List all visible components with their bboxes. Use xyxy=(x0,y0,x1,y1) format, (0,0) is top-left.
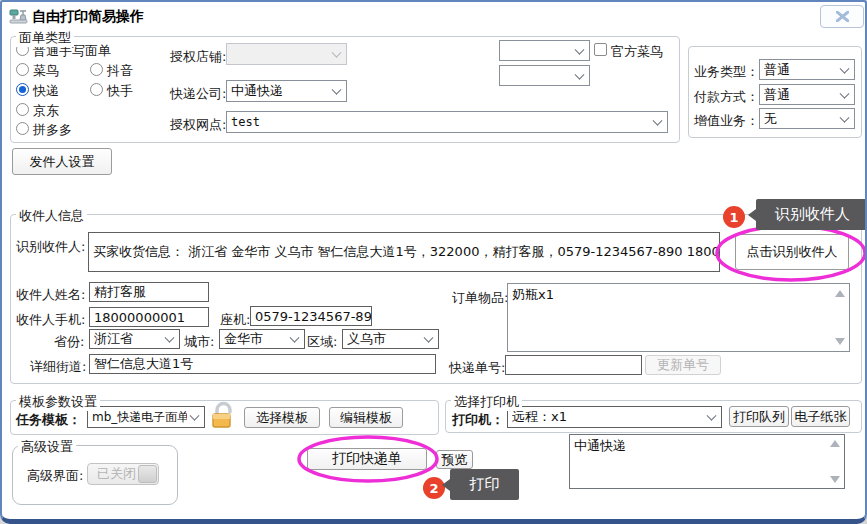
epaper-button[interactable]: 电子纸张 xyxy=(791,406,850,427)
log-textarea[interactable]: 中通快递 xyxy=(569,434,845,489)
update-tracking-button[interactable]: 更新单号 xyxy=(645,355,721,375)
chevron-down-icon xyxy=(840,88,850,98)
auth-shop-label: 授权店铺: xyxy=(170,48,226,66)
scroll-up-icon[interactable] xyxy=(830,440,840,447)
province-label: 省份: xyxy=(54,333,84,351)
scroll-down-icon[interactable] xyxy=(830,476,840,483)
step1-badge: 1 xyxy=(723,206,745,228)
radio-cainiao[interactable] xyxy=(16,63,29,76)
identify-button[interactable]: 点击识别收件人 xyxy=(735,234,849,270)
auth-branch-select[interactable]: test xyxy=(226,111,668,133)
auth-shop-select[interactable] xyxy=(226,43,347,65)
template-legend: 模板参数设置 xyxy=(16,393,100,411)
identify-label: 识别收件人: xyxy=(16,238,85,256)
chevron-down-icon xyxy=(840,112,850,122)
district-label: 区域: xyxy=(307,333,337,351)
free-print-dialog: 自由打印简易操作 面单类型 普通手写面单 菜鸟 抖音 快递 快手 京东 拼多多 … xyxy=(0,0,867,524)
radio-express[interactable] xyxy=(16,83,29,96)
courier-company-label: 快递公司: xyxy=(170,85,226,103)
official-cainiao-label[interactable]: 官方菜鸟 xyxy=(611,43,663,61)
identify-input[interactable]: 买家收货信息： 浙江省 金华市 义乌市 智仁信息大道1号，322000，精打客服… xyxy=(88,232,720,272)
radio-douyin[interactable] xyxy=(90,63,103,76)
province-select[interactable]: 浙江省 xyxy=(89,329,180,349)
landline-input[interactable]: 0579-1234567-890 xyxy=(250,306,372,326)
step2-tooltip: 打印 xyxy=(450,469,519,500)
waybill-type-legend: 面单类型 xyxy=(16,29,74,47)
city-label: 城市: xyxy=(184,333,214,351)
task-template-label: 任务模板： xyxy=(16,411,81,429)
chevron-down-icon xyxy=(707,411,717,421)
recipient-legend: 收件人信息 xyxy=(16,207,87,225)
items-label: 订单物品: xyxy=(452,289,508,307)
radio-douyin-label[interactable]: 抖音 xyxy=(107,62,133,80)
payment-select[interactable]: 普通 xyxy=(759,84,855,105)
window-title: 自由打印简易操作 xyxy=(32,8,144,26)
chevron-down-icon xyxy=(165,333,175,343)
radio-cainiao-label[interactable]: 菜鸟 xyxy=(33,62,59,80)
print-queue-button[interactable]: 打印队列 xyxy=(729,406,789,427)
radio-jd[interactable] xyxy=(16,103,29,116)
radio-kuaishou-label[interactable]: 快手 xyxy=(107,82,133,100)
business-type-label: 业务类型： xyxy=(694,63,759,81)
scroll-down-icon[interactable] xyxy=(835,338,845,345)
close-icon xyxy=(836,11,849,22)
landline-label: 座机: xyxy=(220,311,250,329)
sender-settings-button[interactable]: 发件人设置 xyxy=(12,148,112,175)
tooltip-arrow-icon xyxy=(748,209,756,221)
radio-pdd-label[interactable]: 拼多多 xyxy=(33,121,72,139)
chevron-down-icon xyxy=(332,85,342,95)
radio-jd-label[interactable]: 京东 xyxy=(33,102,59,120)
toggle-knob[interactable] xyxy=(138,465,157,483)
mobile-label: 收件人手机: xyxy=(16,311,85,329)
advanced-ui-toggle[interactable]: 已关闭 xyxy=(87,463,159,485)
chevron-down-icon xyxy=(332,48,342,58)
advanced-ui-label: 高级界面: xyxy=(27,467,83,485)
tooltip-arrow-icon xyxy=(442,479,450,491)
radio-kuaishou[interactable] xyxy=(90,83,103,96)
printer-select[interactable]: 远程：x1 xyxy=(507,406,722,428)
chevron-down-icon xyxy=(575,69,585,79)
preview-button[interactable]: 预览 xyxy=(436,450,473,469)
advanced-legend: 高级设置 xyxy=(18,438,76,456)
city-select[interactable]: 金华市 xyxy=(219,329,305,349)
value-added-select[interactable]: 无 xyxy=(759,108,855,129)
printer-legend: 选择打印机 xyxy=(451,393,522,411)
name-input[interactable]: 精打客服 xyxy=(89,282,209,302)
business-type-select[interactable]: 普通 xyxy=(759,59,855,80)
mobile-input[interactable]: 18000000001 xyxy=(89,307,209,327)
value-added-label: 增值业务： xyxy=(694,112,759,130)
chevron-down-icon xyxy=(424,333,434,343)
tracking-input[interactable] xyxy=(505,355,642,375)
lock-open-icon[interactable] xyxy=(210,401,236,430)
chevron-down-icon xyxy=(840,63,850,73)
auth-branch-label: 授权网点: xyxy=(170,116,226,134)
task-template-select[interactable]: mb_快递电子面单_- xyxy=(87,406,205,428)
official-cainiao-checkbox[interactable] xyxy=(594,43,607,56)
choose-template-button[interactable]: 选择模板 xyxy=(244,407,320,428)
chevron-down-icon xyxy=(290,333,300,343)
chevron-down-icon xyxy=(575,44,585,54)
shop-extra-select-1[interactable] xyxy=(499,40,590,61)
items-textarea[interactable]: 奶瓶x1 xyxy=(507,283,850,352)
district-select[interactable]: 义乌市 xyxy=(342,329,439,349)
street-label: 详细街道: xyxy=(30,358,86,376)
courier-company-select[interactable]: 中通快递 xyxy=(226,80,347,102)
street-input[interactable]: 智仁信息大道1号 xyxy=(89,354,436,374)
app-icon xyxy=(9,7,29,27)
shop-extra-select-2[interactable] xyxy=(499,65,590,86)
radio-pdd[interactable] xyxy=(16,122,29,135)
printer-label: 打印机： xyxy=(452,411,504,429)
close-button[interactable] xyxy=(820,5,864,28)
name-label: 收件人姓名: xyxy=(16,286,85,304)
radio-express-label[interactable]: 快递 xyxy=(33,82,59,100)
chevron-down-icon xyxy=(190,411,200,421)
print-waybill-button[interactable]: 打印快递单 xyxy=(307,448,427,470)
step1-tooltip: 识别收件人 xyxy=(756,199,867,230)
edit-template-button[interactable]: 编辑模板 xyxy=(329,407,403,428)
scroll-up-icon[interactable] xyxy=(835,290,845,297)
payment-label: 付款方式： xyxy=(694,88,759,106)
tracking-label: 快递单号: xyxy=(449,359,505,377)
chevron-down-icon xyxy=(653,116,663,126)
